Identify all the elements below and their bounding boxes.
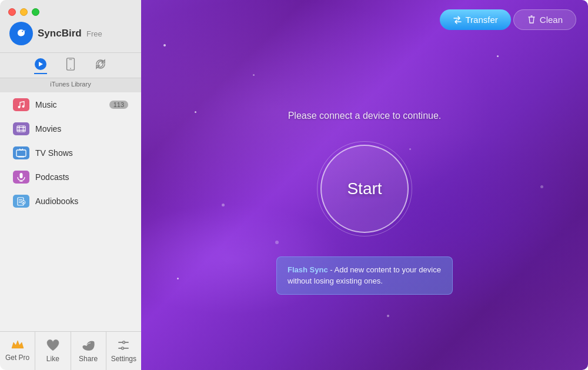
- tab-device[interactable]: [65, 58, 76, 74]
- svg-point-27: [123, 341, 125, 344]
- svg-rect-21: [19, 199, 22, 200]
- movies-icon: [13, 122, 29, 135]
- svg-point-1: [22, 31, 23, 32]
- flash-sync-tooltip: Flash Sync - Add new content to your dev…: [276, 256, 453, 295]
- main-header-tabs: Transfer Clean: [141, 0, 588, 35]
- svg-point-5: [70, 68, 71, 69]
- tab-refresh[interactable]: [94, 58, 107, 74]
- start-label: Start: [347, 179, 382, 198]
- transfer-tab[interactable]: Transfer: [440, 9, 511, 30]
- main-content: Transfer Clean Please connect a device t…: [141, 0, 588, 370]
- svg-point-7: [22, 105, 25, 108]
- start-button[interactable]: Start: [320, 145, 409, 233]
- svg-rect-17: [20, 173, 23, 178]
- svg-rect-12: [23, 126, 24, 132]
- settings-label: Settings: [111, 355, 136, 363]
- sidebar: SyncBird Free: [0, 0, 141, 370]
- get-pro-button[interactable]: Get Pro: [0, 332, 35, 370]
- sidebar-item-podcasts[interactable]: Podcasts: [4, 165, 138, 189]
- sidebar-item-music[interactable]: Music 113: [4, 93, 138, 116]
- svg-rect-14: [18, 156, 24, 158]
- svg-point-30: [122, 347, 124, 349]
- bottom-toolbar: Get Pro Like Share: [0, 331, 141, 370]
- tab-itunes[interactable]: [34, 58, 47, 74]
- flash-sync-label: Flash Sync: [288, 265, 328, 274]
- svg-rect-4: [69, 59, 72, 60]
- music-badge: 113: [109, 101, 128, 109]
- sidebar-menu: Music 113 Movies: [0, 92, 141, 331]
- app-name-text: SyncBird: [38, 28, 82, 39]
- svg-rect-13: [16, 150, 26, 156]
- podcasts-label: Podcasts: [35, 172, 128, 182]
- settings-button[interactable]: Settings: [106, 332, 141, 370]
- svg-rect-9: [17, 127, 25, 128]
- share-button[interactable]: Share: [71, 332, 106, 370]
- transfer-icon: [453, 15, 462, 25]
- sidebar-top: SyncBird Free: [0, 0, 141, 92]
- app-logo: [9, 22, 33, 45]
- audiobooks-label: Audiobooks: [35, 196, 128, 206]
- like-label: Like: [46, 355, 59, 363]
- traffic-light-fullscreen[interactable]: [32, 8, 39, 16]
- svg-rect-23: [19, 202, 21, 203]
- traffic-light-minimize[interactable]: [20, 8, 28, 16]
- clean-tab[interactable]: Clean: [513, 9, 576, 30]
- svg-rect-8: [17, 126, 25, 132]
- connect-message: Please connect a device to continue.: [288, 111, 442, 121]
- svg-point-6: [18, 106, 21, 108]
- traffic-light-close[interactable]: [8, 8, 16, 16]
- main-center-area: Please connect a device to continue. Sta…: [141, 35, 588, 370]
- sidebar-item-audiobooks[interactable]: Audiobooks: [4, 189, 138, 213]
- app-name: SyncBird Free: [38, 28, 102, 39]
- like-button[interactable]: Like: [35, 332, 71, 370]
- device-type-tabs: [0, 52, 141, 78]
- itunes-library-label: iTunes Library: [0, 78, 141, 92]
- get-pro-label: Get Pro: [5, 354, 29, 362]
- share-label: Share: [79, 355, 98, 363]
- movies-label: Movies: [35, 124, 128, 134]
- tv-icon: [13, 146, 29, 159]
- brand-area: SyncBird Free: [0, 16, 141, 52]
- app-subtitle: Free: [86, 29, 102, 38]
- svg-rect-10: [17, 130, 25, 131]
- clean-icon: [527, 15, 536, 25]
- tv-shows-label: TV Shows: [35, 148, 128, 158]
- podcasts-icon: [13, 171, 29, 184]
- music-icon: [13, 98, 29, 111]
- traffic-lights: [0, 0, 141, 16]
- music-label: Music: [35, 100, 109, 109]
- sidebar-item-tv-shows[interactable]: TV Shows: [4, 141, 138, 165]
- audiobooks-icon: [13, 195, 29, 208]
- svg-rect-11: [19, 126, 19, 132]
- sidebar-item-movies[interactable]: Movies: [4, 117, 138, 141]
